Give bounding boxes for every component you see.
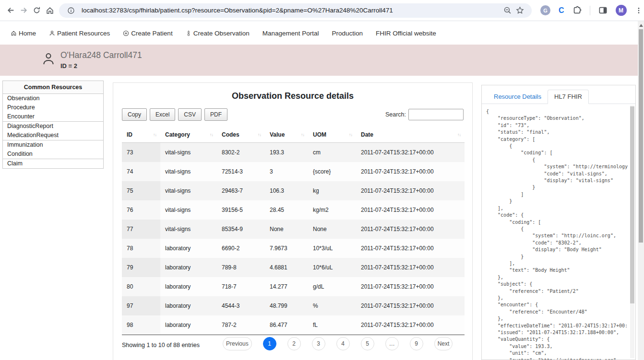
column-header-value[interactable]: Value↑↓ [265,127,308,143]
pagination: Previous12345…9Next [223,337,453,350]
sidebar-title: Common Resources [3,81,103,94]
table-row[interactable]: 75vital-signs29463-7106.3kg2011-07-24T15… [122,181,465,200]
table-row[interactable]: 78laboratory6690-27.967310*3/uL2011-07-2… [122,239,465,258]
sort-icon: ↑↓ [210,132,213,137]
page-scrollbar-thumb[interactable] [639,29,643,243]
cell-codes: 4544-3 [217,296,265,315]
cell-value: 86.477 [265,315,308,335]
cell-category: laboratory [160,277,217,296]
column-header-codes[interactable]: Codes↑↓ [217,127,265,143]
table-row[interactable]: 79laboratory789-84.688110*6/uL2011-07-24… [122,258,465,277]
hl7-fhir-json: { "resourceType": "Observation", "id": "… [486,108,628,360]
cell-codes: 72514-3 [217,162,265,181]
cell-date: 2011-07-24T15:32:17+00:00 [356,315,465,335]
forward-button[interactable] [20,3,28,18]
page-button-2[interactable]: 2 [287,337,301,350]
column-header-category[interactable]: Category↑↓ [160,127,217,143]
observation-card: Observation Resource details CopyExcelCS… [113,82,473,360]
cell-date: 2011-07-24T15:32:17+00:00 [356,277,465,296]
page-button-9[interactable]: 9 [410,337,423,350]
cell-value: 28.45 [265,200,308,220]
table-row[interactable]: 74vital-signs72514-33{score}2011-07-24T1… [122,162,465,181]
cell-uom: fL [308,315,356,335]
sidebar-item-condition[interactable]: Condition [3,150,103,159]
column-header-uom[interactable]: UOM↑↓ [308,127,356,143]
person-icon [49,30,55,36]
sidebar-item-procedure[interactable]: Procedure [3,103,103,112]
next-page-button[interactable]: Next [434,337,453,350]
table-row[interactable]: 97laboratory4544-348.799%2011-07-24T15:3… [122,296,465,315]
table-row[interactable]: 77vital-signs85354-9NoneNone2011-07-24T1… [122,220,465,239]
cell-id: 97 [122,296,160,315]
column-label: ID [127,131,132,138]
nav-item-label: Home [19,30,36,37]
page-button-1[interactable]: 1 [263,337,276,350]
chrome-menu-icon[interactable] [635,7,643,14]
cell-id: 76 [122,200,160,220]
page-button-3[interactable]: 3 [312,337,325,350]
cell-value: 3 [265,162,308,181]
app-navbar: HomePatient ResourcesCreate PatientCreat… [0,22,638,45]
copy-button[interactable]: Copy [122,108,147,121]
column-header-id[interactable]: ID↑↓ [122,127,160,143]
cell-category: laboratory [160,239,217,258]
browser-toolbar: localhost:32783/csp/fhirlab/patient.csp?… [0,0,644,21]
panel-scrollbar-thumb[interactable] [630,106,634,303]
panel-scrollbar [630,105,634,358]
sidebar-item-observation[interactable]: Observation [3,94,103,103]
cell-date: 2011-07-24T15:32:17+00:00 [356,181,465,200]
excel-button[interactable]: Excel [150,108,175,121]
zoom-out-icon[interactable] [501,4,513,17]
reload-button[interactable] [33,3,41,18]
cell-value: 193.3 [265,143,308,163]
cell-codes: 789-8 [217,258,265,277]
sidebar-item-encounter[interactable]: Encounter [3,112,103,121]
patient-avatar-icon [41,51,56,69]
side-panel-icon[interactable] [598,6,608,15]
table-row[interactable]: 98laboratory787-286.477fL2011-07-24T15:3… [122,315,465,335]
back-button[interactable] [7,3,15,18]
tab-hl7-fhir[interactable]: HL7 FHIR [548,90,589,104]
csv-button[interactable]: CSV [178,108,202,121]
tab-resource-details[interactable]: Resource Details [488,90,548,104]
previous-page-button[interactable]: Previous [223,337,252,350]
nav-item-create-observation[interactable]: Create Observation [186,30,250,37]
column-header-date[interactable]: Date↑↓ [356,127,465,143]
nav-item-create-patient[interactable]: Create Patient [123,30,172,37]
page-button-4[interactable]: 4 [336,337,350,350]
table-row[interactable]: 76vital-signs39156-528.45kg/m22011-07-24… [122,200,465,220]
page-button-…[interactable]: … [385,337,399,350]
column-label: Category [165,131,190,138]
cell-uom: kg/m2 [308,200,356,220]
nav-item-fhir-official-website[interactable]: FHIR Official website [376,30,436,37]
nav-item-home[interactable]: Home [11,30,36,37]
table-row[interactable]: 80laboratory718-714.277g/dL2011-07-24T15… [122,277,465,296]
nav-item-production[interactable]: Production [332,30,363,37]
bookmark-star-icon[interactable] [513,4,526,17]
extensions-puzzle-icon[interactable] [572,6,582,15]
cell-date: 2011-07-24T15:32:17+00:00 [356,220,465,239]
sidebar-item-diagnosticreport[interactable]: DiagnosticReport [3,121,103,131]
profile-avatar[interactable]: M [616,5,627,16]
extension-g-icon[interactable]: G [540,5,550,15]
table-row[interactable]: 73vital-signs8302-2193.3cm2011-07-24T15:… [122,143,465,163]
nav-item-management-portal[interactable]: Management Portal [262,30,319,37]
nav-item-patient-resources[interactable]: Patient Resources [49,30,110,37]
site-info-icon[interactable] [65,4,77,17]
cell-uom: kg [308,181,356,200]
cell-id: 75 [122,181,160,200]
cell-id: 79 [122,258,160,277]
pdf-button[interactable]: PDF [204,108,227,121]
sidebar-item-immunization[interactable]: Immunization [3,140,103,150]
scroll-up-arrow[interactable] [639,24,643,27]
reload-icon [33,6,41,14]
extension-c-icon[interactable]: C [559,6,564,15]
page-scrollbar [638,21,644,360]
sidebar-item-medicationrequest[interactable]: MedicationRequest [3,131,103,140]
search-input[interactable] [408,109,464,120]
address-bar[interactable]: localhost:32783/csp/fhirlab/patient.csp?… [59,3,532,18]
sidebar-item-claim[interactable]: Claim [3,159,103,168]
home-button[interactable] [46,3,54,18]
page-button-5[interactable]: 5 [361,337,374,350]
cell-id: 98 [122,315,160,335]
